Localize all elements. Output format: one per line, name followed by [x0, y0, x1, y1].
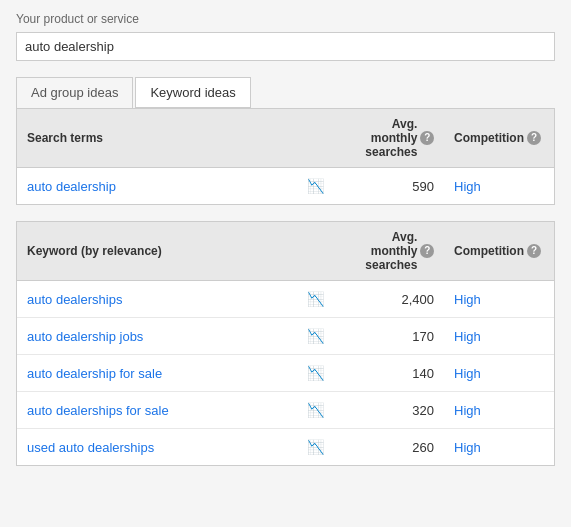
keyword-ideas-table: Keyword (by relevance) Avg. monthlysearc…: [16, 221, 555, 466]
kw-chart-icon-cell: 📉: [297, 281, 334, 318]
chart-icon: 📉: [307, 365, 324, 381]
kw-searches-col-header: Avg. monthlysearches ?: [334, 222, 444, 281]
keyword-link[interactable]: auto dealerships: [27, 292, 122, 307]
kw-searches-value: 2,400: [334, 281, 444, 318]
searches-value: 590: [334, 168, 444, 205]
product-label: Your product or service: [16, 12, 555, 26]
table-row: auto dealership jobs 📉 170 High: [17, 318, 554, 355]
kw-searches-value: 260: [334, 429, 444, 466]
tab-ad-group-ideas[interactable]: Ad group ideas: [16, 77, 133, 108]
kw-searches-value: 320: [334, 392, 444, 429]
keyword-cell: auto dealerships for sale: [17, 392, 297, 429]
table-row: auto dealership for sale 📉 140 High: [17, 355, 554, 392]
chart-icon: 📉: [307, 178, 324, 194]
kw-searches-value: 140: [334, 355, 444, 392]
table-row: auto dealerships 📉 2,400 High: [17, 281, 554, 318]
keyword-col-header: Keyword (by relevance): [17, 222, 297, 281]
keyword-link[interactable]: auto dealership for sale: [27, 366, 162, 381]
keyword-cell: auto dealership jobs: [17, 318, 297, 355]
search-term-link[interactable]: auto dealership: [27, 179, 116, 194]
tab-keyword-ideas[interactable]: Keyword ideas: [135, 77, 250, 108]
keyword-link[interactable]: auto dealerships for sale: [27, 403, 169, 418]
product-input[interactable]: [16, 32, 555, 61]
kw-chart-icon-cell: 📉: [297, 355, 334, 392]
keyword-cell: auto dealerships: [17, 281, 297, 318]
kw-competition-col-header: Competition ?: [444, 222, 554, 281]
kw-competition-value: High: [444, 355, 554, 392]
kw-competition-help-icon[interactable]: ?: [527, 244, 541, 258]
kw-searches-help-icon[interactable]: ?: [420, 244, 434, 258]
keyword-cell: auto dealership for sale: [17, 355, 297, 392]
chart-icon: 📉: [307, 402, 324, 418]
chart-icon: 📉: [307, 328, 324, 344]
kw-searches-value: 170: [334, 318, 444, 355]
keyword-cell: used auto dealerships: [17, 429, 297, 466]
searches-col-header: Avg. monthlysearches ?: [334, 109, 444, 168]
table-row: auto dealership 📉 590 High: [17, 168, 554, 205]
kw-chart-icon-cell: 📉: [297, 392, 334, 429]
kw-chart-icon-cell: 📉: [297, 429, 334, 466]
competition-col-header: Competition ?: [444, 109, 554, 168]
search-terms-table: Search terms Avg. monthlysearches ? Comp…: [16, 108, 555, 205]
competition-help-icon[interactable]: ?: [527, 131, 541, 145]
table-row: auto dealerships for sale 📉 320 High: [17, 392, 554, 429]
searches-help-icon[interactable]: ?: [420, 131, 434, 145]
table-row: used auto dealerships 📉 260 High: [17, 429, 554, 466]
search-terms-col-header: Search terms: [17, 109, 297, 168]
kw-competition-value: High: [444, 429, 554, 466]
competition-value: High: [444, 168, 554, 205]
chart-icon: 📉: [307, 291, 324, 307]
chart-icon-cell: 📉: [297, 168, 334, 205]
kw-competition-value: High: [444, 318, 554, 355]
kw-competition-value: High: [444, 392, 554, 429]
kw-chart-icon-cell: 📉: [297, 318, 334, 355]
keyword-link[interactable]: used auto dealerships: [27, 440, 154, 455]
chart-icon: 📉: [307, 439, 324, 455]
keyword-link[interactable]: auto dealership jobs: [27, 329, 143, 344]
kw-competition-value: High: [444, 281, 554, 318]
search-term-cell: auto dealership: [17, 168, 297, 205]
